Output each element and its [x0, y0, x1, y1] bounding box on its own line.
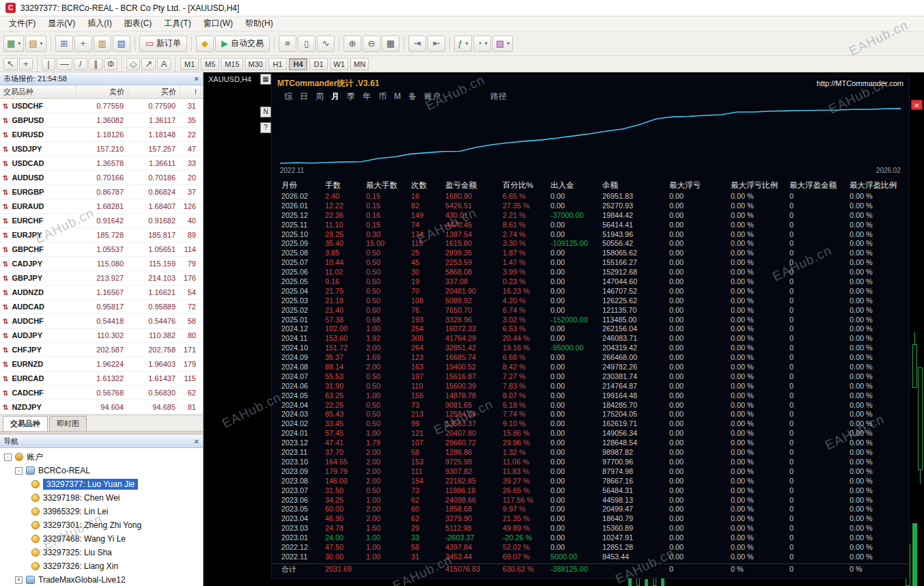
market-watch-col-1[interactable]: 卖价 [76, 85, 128, 98]
market-watch-tab[interactable]: 即时图 [49, 416, 87, 431]
nav-root-accounts[interactable]: -账户 [0, 450, 203, 464]
stats-col-header[interactable]: 最大浮盈金额 [789, 180, 850, 191]
navigator-button[interactable]: ▥ [94, 36, 111, 52]
stats-col-header[interactable]: 余额 [602, 180, 669, 191]
indicators-button[interactable]: ƒ▾ [454, 36, 472, 52]
stats-tab[interactable]: 季 [347, 91, 355, 102]
market-watch-row[interactable]: ⇅GBPCHF1.055371.05651114 [0, 242, 203, 257]
stats-tab[interactable]: 账户 [424, 91, 440, 102]
market-watch-row[interactable]: ⇅GBPUSD1.360821.3611735 [0, 113, 203, 128]
market-watch-row[interactable]: ⇅EURCAD1.613221.61437115 [0, 372, 203, 386]
market-watch-button[interactable]: ⊞ [55, 36, 73, 52]
menu-item[interactable]: 插入(I) [81, 16, 117, 31]
market-watch-row[interactable]: ⇅EURUSD1.181261.1814822 [0, 128, 203, 142]
profiles-button[interactable]: ▤▾ [25, 36, 46, 52]
nav-account[interactable]: 33297377: Luo Yuan Jie [0, 477, 203, 491]
zoom-in-button[interactable]: ⊕ [344, 36, 361, 52]
market-watch-row[interactable]: ⇅CADCHF0.567680.5683062 [0, 386, 203, 400]
stats-col-header[interactable]: 百分比% [503, 180, 550, 191]
market-watch-row[interactable]: ⇅AUDJPY110.302110.38280 [0, 329, 203, 343]
nav-account[interactable]: 33297468: Wang Yi Le [0, 532, 203, 546]
menu-item[interactable]: 帮助(H) [239, 16, 279, 31]
nav-account[interactable]: 33965329: Lin Lei [0, 505, 203, 518]
bar-chart-button[interactable]: ≡ [279, 36, 296, 52]
expand-icon[interactable]: + [15, 576, 23, 584]
stats-panel-url[interactable]: http://MTCommander.com [817, 79, 904, 87]
market-watch-close-icon[interactable]: ✕ [194, 75, 199, 83]
market-watch-row[interactable]: ⇅EURAUD1.682811.68407126 [0, 199, 203, 214]
ea-chart-button-2[interactable]: N [260, 107, 271, 117]
periods-button[interactable]: ◔▾ [473, 36, 491, 52]
market-watch-row[interactable]: ⇅AUDNZD1.165671.1662154 [0, 285, 203, 300]
market-watch-row[interactable]: ⇅USDJPY157.210157.25747 [0, 142, 203, 156]
stats-col-header[interactable]: 盈亏金额 [445, 180, 503, 191]
candlestick-chart-button[interactable]: ▯ [298, 36, 316, 52]
autotrading-button[interactable]: ▶自动交易 [215, 36, 270, 52]
stats-tab[interactable]: 综 [284, 91, 292, 102]
collapse-icon[interactable]: - [15, 467, 23, 475]
stats-col-header[interactable]: 次数 [411, 180, 445, 191]
stats-col-header[interactable]: 月份 [281, 180, 325, 191]
timeframe-H4-button[interactable]: H4 [289, 58, 307, 70]
market-watch-row[interactable]: ⇅GBPJPY213.927214.103176 [0, 271, 203, 285]
menu-item[interactable]: 工具(T) [158, 16, 197, 31]
timeframe-M30-button[interactable]: M30 [245, 58, 266, 70]
nav-broker[interactable]: -BCRCo-REAL [0, 464, 203, 477]
new-chart-button[interactable]: ▦▾ [3, 36, 24, 52]
stats-col-header[interactable]: 最大浮盈比例 [850, 180, 904, 191]
market-watch-row[interactable]: ⇅EURCHF0.916420.9168240 [0, 214, 203, 228]
market-watch-row[interactable]: ⇅USDCHF0.775590.7759031 [0, 99, 203, 113]
text-button[interactable]: A [157, 58, 171, 70]
stats-col-header[interactable]: 最大浮亏 [669, 180, 731, 191]
auto-scroll-button[interactable]: ⇥ [408, 36, 426, 52]
market-watch-row[interactable]: ⇅EURGBP0.867870.8682437 [0, 185, 203, 199]
cursor-button[interactable]: ↖ [3, 58, 18, 70]
stats-tab[interactable]: 日 [300, 91, 308, 102]
chart-shift-button[interactable]: ⇤ [428, 36, 445, 52]
timeframe-M1-button[interactable]: M1 [180, 58, 199, 70]
menu-item[interactable]: 图表(C) [118, 16, 158, 31]
stats-tab[interactable]: 币 [378, 91, 387, 102]
collapse-icon[interactable]: - [4, 454, 12, 461]
timeframe-D1-button[interactable]: D1 [309, 58, 328, 70]
timeframe-MN-button[interactable]: MN [350, 58, 369, 70]
timeframe-M15-button[interactable]: M15 [221, 58, 242, 70]
zoom-out-button[interactable]: ⊖ [363, 36, 380, 52]
market-watch-row[interactable]: ⇅AUDCHF0.544180.5447658 [0, 314, 203, 329]
market-watch-row[interactable]: ⇅EURJPY185.728185.81789 [0, 228, 203, 242]
templates-button[interactable]: ▨▾ [492, 36, 513, 52]
market-watch-row[interactable]: ⇅USDCAD1.365781.3661133 [0, 156, 203, 171]
stats-tab[interactable]: 周 [316, 91, 324, 102]
stats-col-header[interactable]: 手数 [325, 180, 366, 191]
shapes-button[interactable]: ◇ [126, 58, 140, 70]
market-watch-row[interactable]: ⇅NZDJPY94.60494.68581 [0, 400, 203, 415]
stats-tab[interactable]: 备 [408, 91, 417, 102]
stats-tab[interactable]: M [394, 92, 401, 101]
nav-account[interactable]: 33297326: Liang Xin [0, 559, 203, 573]
menu-item[interactable]: 文件(F) [3, 16, 42, 31]
data-window-button[interactable]: + [74, 36, 92, 52]
market-watch-row[interactable]: ⇅CHFJPY202.587202.758171 [0, 343, 203, 357]
market-watch-col-3[interactable]: ! [180, 85, 201, 98]
nav-account[interactable]: 33297301: Zheng Zhi Yong [0, 518, 203, 532]
channel-button[interactable]: ∥ [89, 58, 102, 70]
market-watch-row[interactable]: ⇅EURNZD1.962241.96403179 [0, 357, 203, 372]
stats-path-label[interactable]: 路径 [490, 91, 507, 102]
ea-chart-button-3[interactable]: ? [260, 122, 271, 133]
new-order-button[interactable]: ▭新订单 [139, 36, 187, 52]
market-watch-col-2[interactable]: 买价 [128, 85, 180, 98]
trendline-button[interactable]: / [74, 58, 87, 70]
menu-item[interactable]: 显示(V) [42, 16, 81, 31]
terminal-button[interactable]: ▧ [113, 36, 130, 52]
stats-tab[interactable]: 年 [363, 91, 371, 102]
nav-broker[interactable]: +TradeMaxGlobal-Live12 [0, 573, 203, 586]
crosshair-button[interactable]: + [19, 58, 33, 70]
timeframe-M5-button[interactable]: M5 [201, 58, 219, 70]
menu-item[interactable]: 窗口(W) [197, 16, 239, 31]
timeframe-W1-button[interactable]: W1 [330, 58, 348, 70]
arrows-button[interactable]: ↗ [141, 58, 156, 70]
chart-close-button[interactable]: ✕ [911, 100, 923, 110]
ea-chart-button-1[interactable]: ▦ [260, 74, 271, 85]
nav-account[interactable]: 33297198: Chen Wei [0, 491, 203, 505]
stats-col-header[interactable]: 最大手数 [366, 180, 411, 191]
